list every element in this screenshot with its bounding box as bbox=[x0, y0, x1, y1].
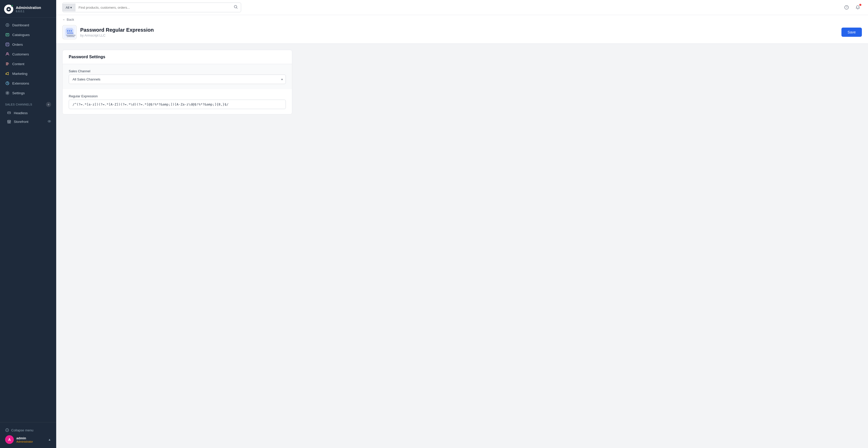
plugin-icon: ★★★★★ PASSWORD REGULAR EXPRESSION bbox=[62, 25, 76, 39]
save-button[interactable]: Save bbox=[841, 28, 862, 37]
sidebar-item-label: Dashboard bbox=[12, 23, 29, 27]
sidebar-header: Administration 6.6.0.1 bbox=[0, 0, 56, 18]
svg-rect-16 bbox=[8, 112, 10, 114]
regex-input[interactable] bbox=[69, 100, 286, 109]
sales-channel-label: Sales Channel bbox=[69, 69, 286, 73]
sidebar-item-label: Settings bbox=[12, 91, 25, 95]
sidebar-nav: Dashboard Catalogues Orders Customers Co… bbox=[0, 18, 56, 422]
svg-rect-11 bbox=[6, 64, 9, 64]
card-title: Password Settings bbox=[69, 55, 105, 59]
svg-point-2 bbox=[7, 25, 8, 26]
card-header: Password Settings bbox=[63, 50, 292, 64]
svg-rect-19 bbox=[9, 122, 10, 123]
content-area: ← Back ★★★★★ bbox=[56, 15, 868, 448]
svg-rect-12 bbox=[6, 65, 8, 65]
sidebar-item-settings[interactable]: Settings bbox=[0, 88, 56, 98]
svg-rect-10 bbox=[6, 63, 8, 63]
svg-rect-3 bbox=[6, 33, 9, 36]
sidebar-item-customers[interactable]: Customers bbox=[0, 49, 56, 59]
svg-rect-13 bbox=[6, 73, 6, 74]
storefront-visibility-icon[interactable] bbox=[48, 120, 51, 124]
svg-rect-6 bbox=[6, 43, 9, 46]
svg-point-31 bbox=[67, 30, 68, 31]
content-icon bbox=[5, 62, 10, 66]
avatar: A bbox=[5, 435, 14, 444]
search-filter-button[interactable]: All ▾ bbox=[63, 4, 75, 11]
plugin-title: Password Regular Expression bbox=[80, 27, 154, 33]
catalogues-icon bbox=[5, 32, 10, 37]
notification-badge bbox=[859, 4, 861, 6]
user-name: admin bbox=[17, 436, 33, 440]
topbar-actions: ? bbox=[842, 3, 862, 11]
svg-text:EXPRESSION: EXPRESSION bbox=[67, 36, 74, 37]
app-logo bbox=[4, 5, 13, 14]
sidebar-item-extensions[interactable]: Extensions bbox=[0, 78, 56, 88]
sidebar-item-catalogues[interactable]: Catalogues bbox=[0, 30, 56, 40]
add-sales-channel-button[interactable]: + bbox=[46, 102, 51, 107]
topbar: All ▾ ? bbox=[56, 0, 868, 15]
notifications-button[interactable] bbox=[854, 3, 862, 11]
regex-group: Regular Expression bbox=[69, 94, 286, 109]
plugin-author: by Armscript LLC bbox=[80, 33, 154, 37]
sidebar-item-storefront[interactable]: Storefront bbox=[0, 117, 56, 126]
sales-channel-select-wrapper: All Sales Channels ▾ bbox=[69, 74, 286, 84]
user-role: Administrator bbox=[17, 440, 33, 443]
sidebar-item-label: Orders bbox=[12, 43, 23, 46]
svg-text:★★★★★: ★★★★★ bbox=[67, 32, 73, 34]
chevron-down-icon: ▾ bbox=[70, 6, 72, 9]
svg-point-21 bbox=[49, 121, 50, 122]
sidebar-item-label: Headless bbox=[14, 111, 28, 115]
svg-point-15 bbox=[7, 92, 8, 94]
svg-point-33 bbox=[71, 30, 72, 31]
headless-icon bbox=[7, 111, 11, 115]
regex-section: Regular Expression bbox=[63, 89, 292, 114]
sales-channel-group: Sales Channel All Sales Channels ▾ bbox=[69, 69, 286, 84]
sidebar-item-label: Extensions bbox=[12, 82, 29, 85]
sidebar-item-label: Catalogues bbox=[12, 33, 30, 37]
online-indicator bbox=[11, 5, 13, 7]
sidebar-item-label: Content bbox=[12, 62, 24, 66]
regex-label: Regular Expression bbox=[69, 94, 286, 98]
sidebar-item-orders[interactable]: Orders bbox=[0, 40, 56, 49]
user-info[interactable]: A admin Administrator ▲ bbox=[5, 435, 51, 444]
sales-channel-select[interactable]: All Sales Channels bbox=[69, 74, 286, 84]
svg-point-32 bbox=[69, 30, 70, 31]
sidebar-item-content[interactable]: Content bbox=[0, 59, 56, 69]
svg-point-9 bbox=[7, 53, 8, 54]
back-arrow-icon: ← bbox=[62, 18, 66, 22]
sidebar-item-headless[interactable]: Headless bbox=[0, 108, 56, 117]
dashboard-icon bbox=[5, 23, 10, 27]
user-menu-chevron[interactable]: ▲ bbox=[48, 438, 51, 441]
sidebar: Administration 6.6.0.1 Dashboard Catalog… bbox=[0, 0, 56, 448]
extensions-icon bbox=[5, 81, 10, 86]
svg-line-25 bbox=[237, 8, 237, 8]
sidebar-item-marketing[interactable]: Marketing bbox=[0, 69, 56, 78]
page-content: Password Settings Sales Channel All Sale… bbox=[56, 44, 868, 121]
settings-icon bbox=[5, 91, 10, 95]
search-button[interactable] bbox=[231, 3, 241, 12]
help-button[interactable]: ? bbox=[842, 3, 850, 11]
app-name: Administration bbox=[16, 6, 41, 10]
password-settings-card: Password Settings Sales Channel All Sale… bbox=[62, 50, 292, 115]
sidebar-item-label: Marketing bbox=[12, 72, 27, 75]
marketing-icon bbox=[5, 71, 10, 76]
customers-icon bbox=[5, 52, 10, 57]
collapse-menu-button[interactable]: Collapse menu bbox=[5, 426, 51, 435]
plugin-info: ★★★★★ PASSWORD REGULAR EXPRESSION Passwo… bbox=[62, 25, 154, 39]
main-content: All ▾ ? ← Back bbox=[56, 0, 868, 448]
search-input[interactable] bbox=[75, 4, 231, 11]
sidebar-footer: Collapse menu A admin Administrator ▲ bbox=[0, 422, 56, 448]
sales-channels-section: Sales Channels + bbox=[0, 98, 56, 108]
sidebar-item-label: Customers bbox=[12, 52, 29, 56]
storefront-icon bbox=[7, 120, 11, 124]
app-version: 6.6.0.1 bbox=[16, 10, 41, 13]
back-link[interactable]: ← Back bbox=[62, 18, 862, 22]
sidebar-item-label: Storefront bbox=[14, 120, 28, 124]
svg-text:?: ? bbox=[846, 6, 847, 9]
sidebar-item-dashboard[interactable]: Dashboard bbox=[0, 20, 56, 30]
sales-channel-section: Sales Channel All Sales Channels ▾ bbox=[63, 64, 292, 89]
orders-icon bbox=[5, 42, 10, 47]
search-container: All ▾ bbox=[62, 3, 241, 12]
